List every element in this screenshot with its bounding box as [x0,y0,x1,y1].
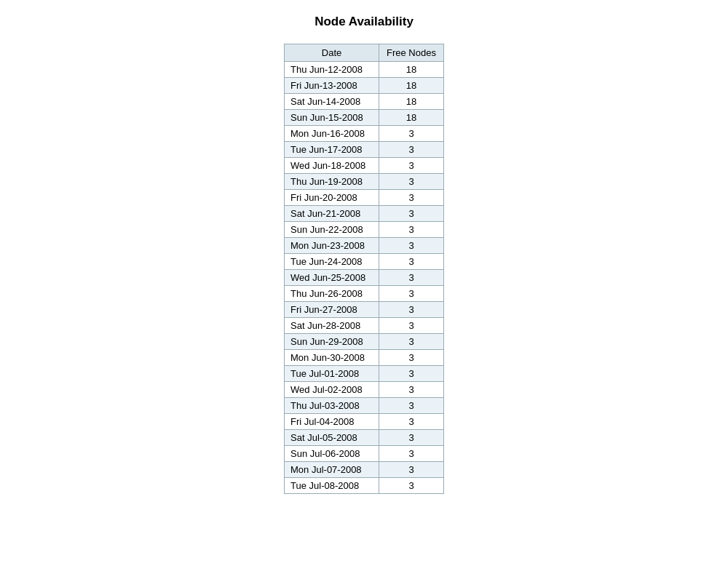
free-nodes-cell: 3 [379,350,444,366]
date-cell: Thu Jun-26-2008 [285,286,379,302]
table-body: Thu Jun-12-200818Fri Jun-13-200818Sat Ju… [285,62,444,494]
free-nodes-cell: 3 [379,270,444,286]
free-nodes-column-header: Free Nodes [379,44,444,62]
date-cell: Sun Jun-15-2008 [285,110,379,126]
free-nodes-cell: 3 [379,366,444,382]
free-nodes-cell: 3 [379,478,444,494]
free-nodes-cell: 18 [379,110,444,126]
free-nodes-cell: 3 [379,190,444,206]
date-column-header: Date [285,44,379,62]
table-row: Tue Jun-17-20083 [285,142,444,158]
table-container: Date Free Nodes Thu Jun-12-200818Fri Jun… [284,44,444,494]
table-row: Mon Jun-16-20083 [285,126,444,142]
free-nodes-cell: 3 [379,414,444,430]
table-row: Tue Jul-08-20083 [285,478,444,494]
table-row: Mon Jul-07-20083 [285,462,444,478]
free-nodes-cell: 3 [379,142,444,158]
node-availability-table: Date Free Nodes Thu Jun-12-200818Fri Jun… [284,44,444,494]
free-nodes-cell: 3 [379,334,444,350]
table-row: Thu Jul-03-20083 [285,398,444,414]
free-nodes-cell: 3 [379,158,444,174]
date-cell: Wed Jul-02-2008 [285,382,379,398]
date-cell: Mon Jun-30-2008 [285,350,379,366]
free-nodes-cell: 3 [379,126,444,142]
table-row: Fri Jun-13-200818 [285,78,444,94]
date-cell: Tue Jun-17-2008 [285,142,379,158]
date-cell: Sat Jun-28-2008 [285,318,379,334]
date-cell: Sun Jul-06-2008 [285,446,379,462]
date-cell: Fri Jun-20-2008 [285,190,379,206]
date-cell: Wed Jun-18-2008 [285,158,379,174]
date-cell: Fri Jul-04-2008 [285,414,379,430]
free-nodes-cell: 18 [379,78,444,94]
free-nodes-cell: 18 [379,94,444,110]
table-row: Sun Jun-29-20083 [285,334,444,350]
date-cell: Tue Jun-24-2008 [285,254,379,270]
table-row: Wed Jun-18-20083 [285,158,444,174]
free-nodes-cell: 3 [379,462,444,478]
free-nodes-cell: 3 [379,206,444,222]
free-nodes-cell: 3 [379,254,444,270]
free-nodes-cell: 3 [379,238,444,254]
table-row: Tue Jul-01-20083 [285,366,444,382]
date-cell: Sun Jun-29-2008 [285,334,379,350]
free-nodes-cell: 3 [379,430,444,446]
free-nodes-cell: 3 [379,174,444,190]
table-row: Sat Jun-21-20083 [285,206,444,222]
date-cell: Fri Jun-27-2008 [285,302,379,318]
page-title: Node Availability [314,15,414,29]
table-row: Sun Jul-06-20083 [285,446,444,462]
table-row: Sun Jun-22-20083 [285,222,444,238]
date-cell: Mon Jul-07-2008 [285,462,379,478]
date-cell: Tue Jul-08-2008 [285,478,379,494]
table-row: Thu Jun-12-200818 [285,62,444,78]
date-cell: Sun Jun-22-2008 [285,222,379,238]
free-nodes-cell: 18 [379,62,444,78]
table-row: Sat Jul-05-20083 [285,430,444,446]
free-nodes-cell: 3 [379,382,444,398]
date-cell: Sat Jun-21-2008 [285,206,379,222]
free-nodes-cell: 3 [379,446,444,462]
table-row: Mon Jun-23-20083 [285,238,444,254]
table-row: Sat Jun-28-20083 [285,318,444,334]
date-cell: Thu Jun-19-2008 [285,174,379,190]
table-row: Thu Jun-26-20083 [285,286,444,302]
table-row: Sun Jun-15-200818 [285,110,444,126]
table-row: Fri Jul-04-20083 [285,414,444,430]
table-row: Sat Jun-14-200818 [285,94,444,110]
date-cell: Fri Jun-13-2008 [285,78,379,94]
date-cell: Sat Jun-14-2008 [285,94,379,110]
table-row: Tue Jun-24-20083 [285,254,444,270]
date-cell: Sat Jul-05-2008 [285,430,379,446]
table-row: Fri Jun-27-20083 [285,302,444,318]
date-cell: Thu Jul-03-2008 [285,398,379,414]
date-cell: Thu Jun-12-2008 [285,62,379,78]
table-row: Mon Jun-30-20083 [285,350,444,366]
table-row: Wed Jun-25-20083 [285,270,444,286]
table-row: Wed Jul-02-20083 [285,382,444,398]
date-cell: Mon Jun-23-2008 [285,238,379,254]
date-cell: Tue Jul-01-2008 [285,366,379,382]
date-cell: Wed Jun-25-2008 [285,270,379,286]
free-nodes-cell: 3 [379,302,444,318]
free-nodes-cell: 3 [379,318,444,334]
table-row: Thu Jun-19-20083 [285,174,444,190]
table-row: Fri Jun-20-20083 [285,190,444,206]
free-nodes-cell: 3 [379,286,444,302]
free-nodes-cell: 3 [379,222,444,238]
date-cell: Mon Jun-16-2008 [285,126,379,142]
free-nodes-cell: 3 [379,398,444,414]
table-header-row: Date Free Nodes [285,44,444,62]
